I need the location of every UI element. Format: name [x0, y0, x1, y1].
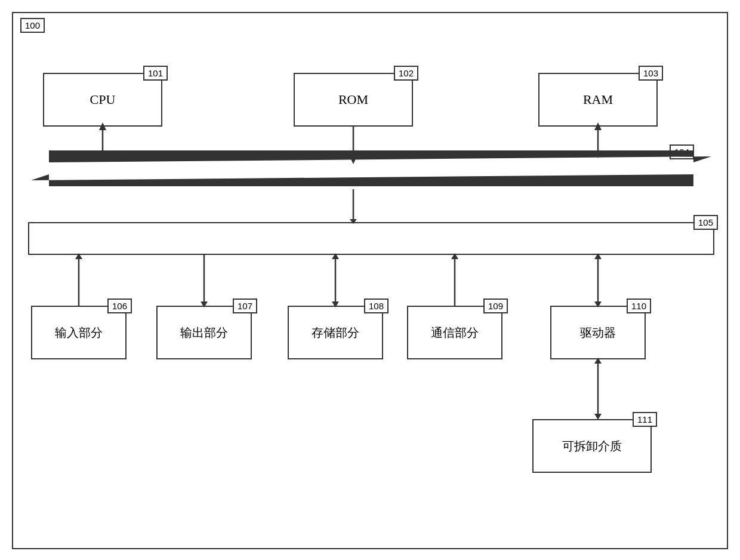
output-box: 输出部分: [156, 306, 252, 359]
comm-label: 通信部分: [431, 325, 479, 341]
ref-108: 108: [364, 299, 388, 313]
ref-101: 101: [143, 66, 168, 81]
svg-marker-12: [594, 150, 602, 158]
rom-box: ROM: [294, 73, 413, 127]
cpu-label: CPU: [90, 92, 116, 107]
ram-box: RAM: [538, 73, 658, 127]
output-label: 输出部分: [180, 325, 228, 341]
ref-107: 107: [233, 299, 257, 313]
removable-label: 可拆卸介质: [562, 438, 622, 454]
ref-109: 109: [483, 299, 508, 313]
driver-label: 驱动器: [580, 325, 616, 341]
ram-label: RAM: [583, 92, 613, 107]
input-box: 输入部分: [31, 306, 127, 359]
svg-marker-4: [49, 150, 711, 162]
ref-104: 104: [670, 144, 694, 159]
diagram-container: 100 CPU 101 ROM 102 RAM 103 104 105 输入部分…: [12, 12, 728, 549]
removable-box: 可拆卸介质: [532, 419, 652, 473]
comm-box: 通信部分: [407, 306, 502, 359]
storage-box: 存储部分: [288, 306, 383, 359]
cpu-box: CPU: [43, 73, 162, 127]
ref-100: 100: [20, 18, 45, 33]
bus-bar: [28, 222, 714, 255]
ref-106: 106: [107, 299, 132, 313]
storage-label: 存储部分: [312, 325, 359, 341]
ref-103: 103: [639, 66, 663, 81]
driver-box: 驱动器: [550, 306, 646, 359]
ref-102: 102: [394, 66, 418, 81]
rom-label: ROM: [338, 92, 368, 107]
ref-105: 105: [693, 215, 718, 230]
svg-marker-10: [350, 156, 357, 164]
ref-111: 111: [633, 412, 657, 427]
input-label: 输入部分: [55, 325, 103, 341]
svg-marker-7: [99, 150, 106, 158]
svg-marker-5: [31, 174, 693, 186]
ref-110: 110: [627, 299, 651, 313]
